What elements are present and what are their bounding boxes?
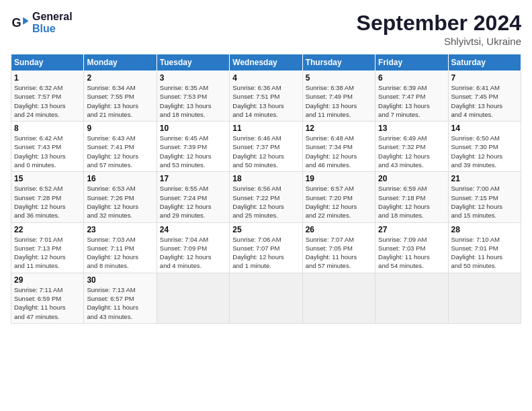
calendar-cell: 14Sunrise: 6:50 AM Sunset: 7:30 PM Dayli… xyxy=(448,122,521,172)
day-info: Sunrise: 6:49 AM Sunset: 7:32 PM Dayligh… xyxy=(378,134,445,169)
calendar-cell xyxy=(230,273,302,323)
calendar-body: 1Sunrise: 6:32 AM Sunset: 7:57 PM Daylig… xyxy=(11,71,521,324)
day-info: Sunrise: 6:48 AM Sunset: 7:34 PM Dayligh… xyxy=(306,134,372,169)
day-info: Sunrise: 6:32 AM Sunset: 7:57 PM Dayligh… xyxy=(14,83,81,119)
logo: G General Blue xyxy=(11,11,73,35)
day-number: 11 xyxy=(232,124,299,133)
day-info: Sunrise: 6:45 AM Sunset: 7:39 PM Dayligh… xyxy=(160,134,226,169)
day-info: Sunrise: 6:39 AM Sunset: 7:47 PM Dayligh… xyxy=(378,83,445,119)
day-info: Sunrise: 7:13 AM Sunset: 6:57 PM Dayligh… xyxy=(87,285,153,321)
title-area: September 2024 Shlyivtsi, Ukraine xyxy=(357,11,521,47)
calendar-cell xyxy=(302,273,375,323)
weekday-header: Saturday xyxy=(448,54,521,71)
day-info: Sunrise: 6:46 AM Sunset: 7:37 PM Dayligh… xyxy=(232,134,299,169)
day-info: Sunrise: 6:55 AM Sunset: 7:24 PM Dayligh… xyxy=(160,184,226,220)
day-info: Sunrise: 6:42 AM Sunset: 7:43 PM Dayligh… xyxy=(14,134,81,169)
svg-marker-1 xyxy=(23,17,28,25)
calendar-cell: 16Sunrise: 6:53 AM Sunset: 7:26 PM Dayli… xyxy=(84,172,157,222)
calendar-cell: 12Sunrise: 6:48 AM Sunset: 7:34 PM Dayli… xyxy=(302,122,375,172)
calendar-cell xyxy=(448,273,521,323)
day-info: Sunrise: 6:34 AM Sunset: 7:55 PM Dayligh… xyxy=(87,83,153,119)
calendar-table: SundayMondayTuesdayWednesdayThursdayFrid… xyxy=(11,54,521,324)
day-info: Sunrise: 6:38 AM Sunset: 7:49 PM Dayligh… xyxy=(306,83,372,119)
day-number: 12 xyxy=(306,124,372,133)
day-number: 7 xyxy=(451,73,518,83)
day-number: 1 xyxy=(14,73,81,83)
calendar-cell: 29Sunrise: 7:11 AM Sunset: 6:59 PM Dayli… xyxy=(11,273,84,323)
day-info: Sunrise: 6:43 AM Sunset: 7:41 PM Dayligh… xyxy=(87,134,153,169)
day-info: Sunrise: 7:04 AM Sunset: 7:09 PM Dayligh… xyxy=(160,235,226,271)
calendar-cell: 26Sunrise: 7:07 AM Sunset: 7:05 PM Dayli… xyxy=(302,222,375,273)
day-info: Sunrise: 6:57 AM Sunset: 7:20 PM Dayligh… xyxy=(306,184,372,220)
calendar-cell xyxy=(157,273,229,323)
day-number: 23 xyxy=(87,225,153,234)
day-number: 17 xyxy=(160,174,226,183)
calendar-cell: 1Sunrise: 6:32 AM Sunset: 7:57 PM Daylig… xyxy=(11,71,84,122)
day-number: 29 xyxy=(14,275,81,285)
day-number: 18 xyxy=(232,174,299,183)
day-number: 10 xyxy=(160,124,226,133)
weekday-header: Sunday xyxy=(11,54,84,71)
day-info: Sunrise: 6:41 AM Sunset: 7:45 PM Dayligh… xyxy=(451,83,518,119)
day-number: 8 xyxy=(14,124,81,133)
day-number: 27 xyxy=(378,225,445,234)
weekday-header-row: SundayMondayTuesdayWednesdayThursdayFrid… xyxy=(11,54,521,71)
calendar-cell: 8Sunrise: 6:42 AM Sunset: 7:43 PM Daylig… xyxy=(11,122,84,172)
calendar-cell: 18Sunrise: 6:56 AM Sunset: 7:22 PM Dayli… xyxy=(230,172,302,222)
month-title: September 2024 xyxy=(357,11,521,36)
calendar-cell: 7Sunrise: 6:41 AM Sunset: 7:45 PM Daylig… xyxy=(448,71,521,122)
logo-icon: G xyxy=(11,13,30,32)
day-info: Sunrise: 7:10 AM Sunset: 7:01 PM Dayligh… xyxy=(451,235,518,271)
weekday-header: Wednesday xyxy=(230,54,302,71)
calendar-cell: 10Sunrise: 6:45 AM Sunset: 7:39 PM Dayli… xyxy=(157,122,229,172)
day-number: 25 xyxy=(232,225,299,234)
calendar-cell: 23Sunrise: 7:03 AM Sunset: 7:11 PM Dayli… xyxy=(84,222,157,273)
day-number: 13 xyxy=(378,124,445,133)
day-number: 2 xyxy=(87,73,153,83)
day-number: 15 xyxy=(14,174,81,183)
weekday-header: Friday xyxy=(375,54,448,71)
day-info: Sunrise: 6:53 AM Sunset: 7:26 PM Dayligh… xyxy=(87,184,153,220)
day-info: Sunrise: 7:06 AM Sunset: 7:07 PM Dayligh… xyxy=(232,235,299,271)
day-number: 3 xyxy=(160,73,226,83)
calendar-cell: 11Sunrise: 6:46 AM Sunset: 7:37 PM Dayli… xyxy=(230,122,302,172)
day-info: Sunrise: 7:07 AM Sunset: 7:05 PM Dayligh… xyxy=(306,235,372,271)
day-number: 21 xyxy=(451,174,518,183)
calendar-cell: 28Sunrise: 7:10 AM Sunset: 7:01 PM Dayli… xyxy=(448,222,521,273)
day-number: 28 xyxy=(451,225,518,234)
calendar-cell: 5Sunrise: 6:38 AM Sunset: 7:49 PM Daylig… xyxy=(302,71,375,122)
day-number: 4 xyxy=(232,73,299,83)
calendar-cell: 3Sunrise: 6:35 AM Sunset: 7:53 PM Daylig… xyxy=(157,71,229,122)
day-number: 6 xyxy=(378,73,445,83)
calendar-cell xyxy=(375,273,448,323)
day-info: Sunrise: 7:00 AM Sunset: 7:15 PM Dayligh… xyxy=(451,184,518,220)
day-number: 26 xyxy=(306,225,372,234)
calendar-week-row: 15Sunrise: 6:52 AM Sunset: 7:28 PM Dayli… xyxy=(11,172,521,222)
calendar-cell: 25Sunrise: 7:06 AM Sunset: 7:07 PM Dayli… xyxy=(230,222,302,273)
calendar-cell: 19Sunrise: 6:57 AM Sunset: 7:20 PM Dayli… xyxy=(302,172,375,222)
calendar-cell: 30Sunrise: 7:13 AM Sunset: 6:57 PM Dayli… xyxy=(84,273,157,323)
day-number: 9 xyxy=(87,124,153,133)
calendar-week-row: 8Sunrise: 6:42 AM Sunset: 7:43 PM Daylig… xyxy=(11,122,521,172)
logo-text: General Blue xyxy=(32,11,73,35)
day-number: 16 xyxy=(87,174,153,183)
day-info: Sunrise: 7:03 AM Sunset: 7:11 PM Dayligh… xyxy=(87,235,153,271)
calendar-cell: 21Sunrise: 7:00 AM Sunset: 7:15 PM Dayli… xyxy=(448,172,521,222)
calendar-week-row: 1Sunrise: 6:32 AM Sunset: 7:57 PM Daylig… xyxy=(11,71,521,122)
day-info: Sunrise: 7:09 AM Sunset: 7:03 PM Dayligh… xyxy=(378,235,445,271)
day-info: Sunrise: 6:56 AM Sunset: 7:22 PM Dayligh… xyxy=(232,184,299,220)
calendar-cell: 22Sunrise: 7:01 AM Sunset: 7:13 PM Dayli… xyxy=(11,222,84,273)
calendar-cell: 27Sunrise: 7:09 AM Sunset: 7:03 PM Dayli… xyxy=(375,222,448,273)
weekday-header: Thursday xyxy=(302,54,375,71)
calendar-cell: 6Sunrise: 6:39 AM Sunset: 7:47 PM Daylig… xyxy=(375,71,448,122)
day-info: Sunrise: 6:50 AM Sunset: 7:30 PM Dayligh… xyxy=(451,134,518,169)
day-info: Sunrise: 7:11 AM Sunset: 6:59 PM Dayligh… xyxy=(14,285,81,321)
calendar-cell: 24Sunrise: 7:04 AM Sunset: 7:09 PM Dayli… xyxy=(157,222,229,273)
calendar-cell: 20Sunrise: 6:59 AM Sunset: 7:18 PM Dayli… xyxy=(375,172,448,222)
day-number: 20 xyxy=(378,174,445,183)
day-number: 5 xyxy=(306,73,372,83)
day-number: 24 xyxy=(160,225,226,234)
svg-text:G: G xyxy=(11,16,21,30)
calendar-cell: 2Sunrise: 6:34 AM Sunset: 7:55 PM Daylig… xyxy=(84,71,157,122)
day-info: Sunrise: 6:59 AM Sunset: 7:18 PM Dayligh… xyxy=(378,184,445,220)
